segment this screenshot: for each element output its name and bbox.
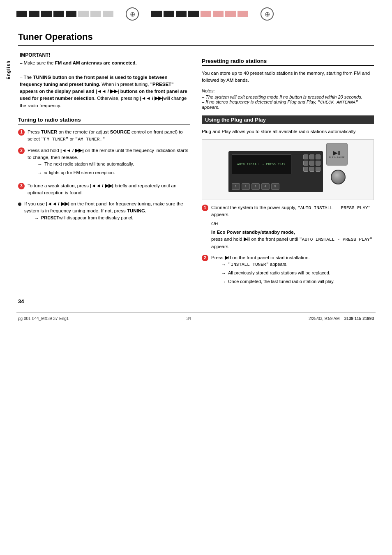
bar-seg-4 <box>53 11 64 17</box>
bar-seg-r3 <box>176 11 187 17</box>
left-column: English IMPORTANT! – Make sure the FM an… <box>18 52 190 291</box>
step-2-arrow-2: → ∞ lights up for FM stereo reception. <box>37 170 190 177</box>
step-num-1: 1 <box>18 129 25 136</box>
tuning-step-3: 3 To tune a weak station, press |◄◄ / ▶▶… <box>18 182 190 197</box>
play-pause-button: ▶II PLAY-PAUSE <box>326 143 348 166</box>
bar-seg-7 <box>90 11 101 17</box>
plug-play-steps-list: 1 Connect the system to the power supply… <box>202 204 374 287</box>
footer-right-code: 3139 115 21993 <box>344 316 374 321</box>
btn-7 <box>303 167 308 172</box>
plug-play-step-2: 2 Press ▶II on the front panel to start … <box>202 254 374 287</box>
tuning-steps-list: 1 Press TUNER on the remote (or adjust S… <box>18 129 190 223</box>
footer-right: 2/25/03, 9:59 AM 3139 115 21993 <box>309 316 374 321</box>
plug-play-intro: Plug and Play allows you to store all av… <box>202 128 374 135</box>
arrow-sym-2: → <box>37 170 42 177</box>
bar-group-right <box>151 11 248 17</box>
bar-seg-3 <box>41 11 52 17</box>
btn-row-1 <box>303 154 321 159</box>
note-1: – The system will exit presetting mode i… <box>202 94 374 99</box>
footer-left: pg 001-044_MX39-37-Eng1 <box>18 316 69 321</box>
bar-seg-8 <box>103 11 113 17</box>
pp-arrow-1-text: "INSTALL TUNER" appears. <box>228 261 288 268</box>
step-2-arrow-2-text: ∞ lights up for FM stereo reception. <box>44 170 115 176</box>
btn-4 <box>303 161 308 166</box>
pp-arrow-sym-1: → <box>221 261 226 268</box>
preset-buttons: 1 2 3 4 5 <box>232 183 279 190</box>
pp-arrow-3-text: Once completed, the last tuned radio sta… <box>228 279 334 285</box>
two-column-layout: English IMPORTANT! – Make sure the FM an… <box>18 52 374 291</box>
step-bullet-arrow-1-text: PRESET <box>41 215 59 221</box>
step-2-content: Press and hold |◄◄ / ▶▶| on the remote u… <box>28 147 190 178</box>
tuning-step-1: 1 Press TUNER on the remote (or adjust S… <box>18 129 190 143</box>
important-text: – Make sure the FM and AM antennas are c… <box>20 60 190 109</box>
btn-9 <box>316 167 321 172</box>
stereo-body: AUTO INSTALL - PRESS PLAY <box>228 151 323 192</box>
eco-power-text: press and hold ▶II on the front panel un… <box>211 237 372 249</box>
top-bars: ⊕ ⊕ <box>0 0 392 21</box>
display-text: AUTO INSTALL - PRESS PLAY <box>237 163 286 166</box>
bar-seg-r7 <box>225 11 236 17</box>
step-bullet-content: If you use |◄◄ / ▶▶| on the front panel … <box>24 200 190 223</box>
step-2-text: Press and hold |◄◄ / ▶▶| on the remote u… <box>28 147 190 161</box>
btn-2 <box>309 154 314 159</box>
plug-play-section-title: Using the Plug and Play <box>202 115 374 124</box>
compass-icon-left: ⊕ <box>126 7 139 21</box>
tuning-step-bullet: If you use |◄◄ / ▶▶| on the front panel … <box>18 200 190 223</box>
pp-step-2-content: Press ▶II on the front panel to start in… <box>211 254 334 287</box>
note-2: – If no stereo frequency is detected dur… <box>202 99 374 110</box>
or-divider: OR <box>211 220 374 227</box>
page-number: 34 <box>0 298 392 304</box>
btn-row-3 <box>303 167 321 172</box>
pp-step-1-substep: In Eco Power standby/standby mode, press… <box>211 229 374 250</box>
notes-title: Notes: <box>202 88 374 93</box>
bar-seg-2 <box>29 11 39 17</box>
step-2-arrow-1: → The next radio station will tune autom… <box>37 161 190 168</box>
bar-seg-5 <box>66 11 76 17</box>
bar-seg-r6 <box>213 11 224 17</box>
preset-1: 1 <box>232 183 240 190</box>
step-num-3: 3 <box>18 183 25 189</box>
pp-arrow-sym-3: → <box>221 279 226 286</box>
step-num-2: 2 <box>18 147 25 154</box>
page-title: Tuner Operations <box>18 32 374 46</box>
bar-seg-1 <box>16 11 27 17</box>
important-box: IMPORTANT! – Make sure the FM and AM ant… <box>18 52 190 109</box>
pp-step-1-text: Connect the system to the power supply, … <box>211 204 374 219</box>
compass-icon-right: ⊕ <box>261 7 274 21</box>
tuning-step-2: 2 Press and hold |◄◄ / ▶▶| on the remote… <box>18 147 190 178</box>
pp-arrow-3: → Once completed, the last tuned radio s… <box>221 279 334 286</box>
play-pause-icon: ▶II <box>333 150 341 156</box>
pp-step-2-text: Press ▶II on the front panel to start in… <box>211 254 334 261</box>
pp-step-num-2: 2 <box>202 255 208 261</box>
plug-play-step-1: 1 Connect the system to the power supply… <box>202 204 374 250</box>
pp-arrow-sym-2: → <box>221 270 226 277</box>
step-2-arrow-1-text: The next radio station will tune automat… <box>44 161 134 167</box>
bar-seg-r2 <box>164 11 174 17</box>
footer-center: 34 <box>187 316 191 321</box>
page-container: ⊕ ⊕ Tuner Operations English IMPORTANT! <box>0 0 392 555</box>
step-3-text: To tune a weak station, press |◄◄ / ▶▶| … <box>28 182 190 197</box>
pp-step-1-content: Connect the system to the power supply, … <box>211 204 374 250</box>
important-title: IMPORTANT! <box>20 52 190 58</box>
bar-seg-r5 <box>201 11 211 17</box>
pp-step-num-1: 1 <box>202 205 208 211</box>
right-column: Presetting radio stations You can store … <box>202 52 374 291</box>
pp-arrow-2-text: All previously stored radio stations wil… <box>228 270 330 276</box>
presetting-intro: You can store up to 40 preset radio stat… <box>202 70 374 84</box>
preset-4: 4 <box>261 183 270 190</box>
bar-seg-r4 <box>188 11 199 17</box>
device-image: AUTO INSTALL - PRESS PLAY <box>202 139 374 200</box>
tuning-section-title: Tuning to radio stations <box>18 117 190 124</box>
step-1-text: Press TUNER on the remote (or adjust SOU… <box>28 129 190 143</box>
stereo-display: AUTO INSTALL - PRESS PLAY <box>232 154 291 174</box>
bar-seg-r8 <box>238 11 248 17</box>
bar-seg-6 <box>78 11 89 17</box>
btn-5 <box>309 161 314 166</box>
arrow-sym-1: → <box>37 161 42 168</box>
btn-3 <box>316 154 321 159</box>
stereo-unit-wrapper: AUTO INSTALL - PRESS PLAY <box>228 143 348 196</box>
important-point-1: – Make sure the FM and AM antennas are c… <box>20 60 137 65</box>
notes-section: Notes: – The system will exit presetting… <box>202 88 374 110</box>
sidebar-language-label: English <box>6 60 11 80</box>
bar-seg-r1 <box>151 11 162 17</box>
